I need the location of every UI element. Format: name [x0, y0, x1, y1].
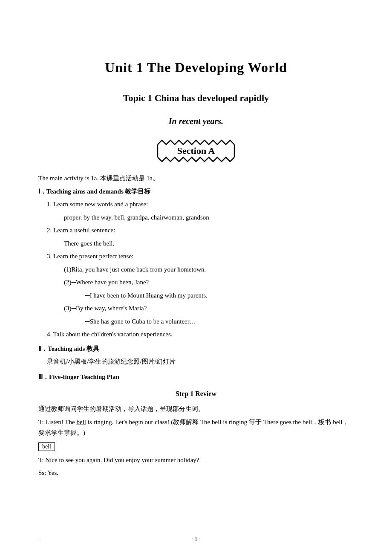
step1-para1: 通过教师询问学生的暑期活动，导入话题，呈现部分生词。	[38, 404, 354, 415]
teaching-aids-heading: Ⅱ．Teaching aids 教具	[38, 344, 354, 355]
bell-box: bell	[38, 442, 55, 451]
topic-title: Topic 1 China has developed rapidly	[38, 92, 354, 104]
aim-2-text: 2. Learn a useful sentence:	[47, 225, 354, 236]
aim-3-item-4: (3)─By the way, where's Maria?	[47, 303, 354, 314]
aim-1-sub: proper, by the way, bell, grandpa, chair…	[47, 212, 354, 223]
aims-list: 1. Learn some new words and a phrase: pr…	[38, 199, 354, 340]
bell-word: bell	[76, 419, 86, 425]
step1-title: Step 1 Review	[38, 390, 354, 398]
section-a-label: Section A	[177, 145, 215, 156]
section-a-box: Section A	[156, 138, 236, 164]
aim-4-text: 4. Talk about the children's vacation ex…	[47, 329, 354, 340]
footer-center: · 1 ·	[192, 535, 200, 542]
section-a-wrapper: Section A	[38, 138, 354, 164]
step1-para2: T: Listen! The bell is ringing. Let's be…	[38, 417, 354, 439]
main-title: Unit 1 The Developing World	[38, 60, 354, 75]
aim-1-text: 1. Learn some new words and a phrase:	[47, 199, 354, 210]
aim-2-sub: There goes the bell.	[47, 238, 354, 249]
aim-3-text: 3. Learn the present perfect tense:	[47, 251, 354, 262]
step1-para3: T: Nice to see you again. Did you enjoy …	[38, 455, 354, 466]
footer-left: ·	[38, 535, 40, 542]
aim-3-item-2: (2)─Where have you been, Jane?	[47, 277, 354, 288]
step1-para4: Ss: Yes.	[38, 468, 354, 479]
main-activity: The main activity is 1a. 本课重点活动是 1a。	[38, 173, 354, 184]
teaching-aims-heading: Ⅰ．Teaching aims and demands 教学目标	[38, 186, 354, 197]
step1-para2-prefix: T: Listen! The	[38, 419, 76, 425]
subtitle: In recent years.	[38, 116, 354, 126]
bell-box-wrapper: bell	[38, 441, 354, 453]
aim-3-item-5: ─She has gone to Cuba to be a volunteer…	[47, 316, 354, 327]
aim-3-item-1: (1)Rita, you have just come back from yo…	[47, 264, 354, 275]
teaching-aids-text: 录音机/小黑板/学生的旅游纪念照/图片/幻灯片	[38, 356, 354, 367]
aim-3-item-3: ─I have been to Mount Huang with my pare…	[47, 290, 354, 301]
page: Unit 1 The Developing World Topic 1 Chin…	[0, 0, 392, 555]
five-finger-heading: Ⅲ．Five-finger Teaching Plan	[38, 372, 354, 383]
